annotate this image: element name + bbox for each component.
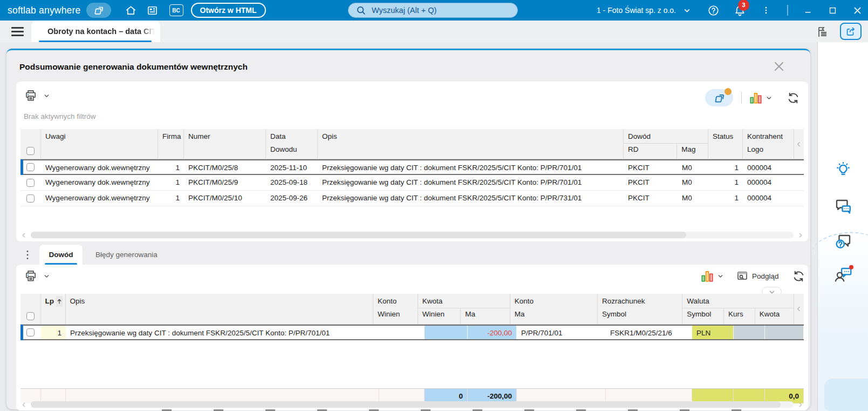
row-checkbox[interactable] [26,163,35,171]
chart-button[interactable] [700,269,724,283]
chevron-down-icon[interactable] [683,6,691,15]
print-button[interactable] [24,89,38,103]
top-bar: softlab anywhere BC Otwórz w HTML Wyszuk… [0,0,868,21]
contact-chat-button[interactable] [832,263,854,285]
more-menu-button[interactable] [761,5,771,16]
col-waluta-symbol[interactable]: Symbol [682,308,724,324]
col-kwota-winien[interactable]: Winien [418,308,461,324]
col-lp[interactable]: Lp [41,294,66,324]
col-kwota-ma[interactable]: Ma [461,308,509,324]
select-all-checkbox[interactable] [26,147,35,155]
layered-pages-icon [92,4,105,17]
share-icon [845,25,857,37]
dialog-close-button[interactable] [773,60,785,73]
preview-icon [736,269,749,282]
help-chat-button[interactable] [833,232,853,252]
share-button[interactable] [840,23,862,40]
columns-prev-chevron[interactable] [795,140,803,148]
duplicate-view-button[interactable] [705,89,733,106]
col-kontrahent[interactable]: KontrahentLogo [743,129,794,159]
preview-button[interactable]: Podgląd [736,269,779,282]
col-mag[interactable]: Mag [677,144,708,159]
bar-chart-icon [700,269,714,283]
summary-dialog: Podsumowanie generowania dokumentów wewn… [6,49,810,409]
col-rozrachunek[interactable]: RozrachunekSymbol [598,294,682,324]
table-row[interactable]: Wygenerowany dok.wewnętrzny 1 PKCIT/M0/2… [20,175,804,191]
print-options-chevron[interactable] [43,273,50,280]
col-kwota-group[interactable]: Kwota Winien Ma [418,294,510,324]
table-row[interactable]: Wygenerowany dok.wewnętrzny 1 PKCIT/M0/2… [20,191,804,206]
sort-asc-icon [56,298,63,305]
subtab-dowod[interactable]: Dowód [39,245,83,265]
feedback-chat-button[interactable] [833,197,853,217]
col-firma[interactable]: Firma [158,129,184,159]
table-row[interactable]: Wygenerowany dok.wewnętrzny 1 PKCIT/M0/2… [20,159,804,175]
col-konto-ma[interactable]: KontoMa [510,294,598,324]
notifications-button[interactable]: 3 [734,4,746,17]
subtab-bledy-generowania[interactable]: Błędy generowania [95,245,158,265]
task-list-button[interactable] [816,25,829,38]
col-rd[interactable]: RD [624,144,677,159]
help-button[interactable] [707,4,720,17]
scroll-right-chevron[interactable] [797,232,804,239]
col-numer[interactable]: Numer [184,129,266,159]
hamburger-menu-button[interactable] [11,27,24,36]
search-input[interactable]: Wyszukaj (Alt + Q) [348,3,518,18]
columns-prev-chevron[interactable] [795,305,803,313]
refresh-button[interactable] [792,269,805,283]
entries-table-header: Lp Opis KontoWinien Kwota Winien Ma Kont… [20,294,804,325]
chart-button[interactable] [749,91,773,105]
search-placeholder: Wyszukaj (Alt + Q) [372,6,436,15]
col-status[interactable]: Status [708,129,743,159]
print-button[interactable] [24,269,38,283]
row-checkbox[interactable] [26,194,35,203]
news-button[interactable] [146,4,159,17]
chart-options-chevron[interactable] [717,273,724,280]
chart-options-chevron[interactable] [766,95,773,102]
right-sidebar [817,42,868,411]
horizontal-scrollbar[interactable] [20,231,804,239]
home-icon [125,4,137,17]
tab-active-underline [39,41,152,42]
idea-lightbulb-button[interactable] [834,161,852,179]
section-drag-handle[interactable] [24,249,31,261]
detail-card: Podgląd Lp Opis KontoWinien Kwota Winien… [16,265,808,410]
col-konto-winien[interactable]: KontoWinien [373,294,418,324]
minimize-button[interactable] [803,5,813,15]
documents-table: Uwagi Firma Numer DataDowodu Opis Dowód … [20,129,804,206]
print-options-chevron[interactable] [43,92,50,99]
horizontal-scrollbar[interactable] [20,401,804,408]
col-waluta-group[interactable]: Waluta Symbol Kurs Kwota [682,294,794,324]
tab-obroty-na-kontach[interactable]: Obroty na kontach – data CIT [31,21,160,42]
home-button[interactable] [125,4,137,17]
scrollbar-thumb[interactable] [31,232,686,238]
scrollbar-thumb[interactable] [31,401,781,408]
sidebar-deco-bottom [824,379,868,411]
row-checkbox[interactable] [26,328,35,336]
bc-button[interactable]: BC [169,4,183,16]
search-icon [356,5,366,16]
company-selector[interactable]: 1 - Foto Świat sp. z o.o. [597,6,676,15]
col-data-dowodu[interactable]: DataDowodu [266,129,318,159]
row-checkbox[interactable] [26,179,35,187]
col-opis[interactable]: Opis [318,129,624,159]
col-opis[interactable]: Opis [66,294,373,324]
window-switcher-button[interactable] [86,3,111,18]
col-uwagi[interactable]: Uwagi [41,129,158,159]
scroll-right-chevron[interactable] [797,401,804,408]
open-in-html-button[interactable]: Otwórz w HTML [191,3,266,18]
select-all-checkbox[interactable] [26,312,35,320]
scroll-left-chevron[interactable] [20,401,28,408]
table-row[interactable]: 1 Przeksięgowanie wg daty CIT : dokument… [20,325,804,340]
col-kurs[interactable]: Kurs [724,308,755,324]
maximize-button[interactable] [828,6,837,15]
bar-chart-icon [749,91,763,105]
close-window-button[interactable] [852,5,863,16]
col-kwota[interactable]: Kwota [755,308,794,324]
app-brand: softlab anywhere [8,5,81,16]
tab-row: Obroty na kontach – data CIT [0,21,868,42]
col-dowod-group[interactable]: Dowód RD Mag [624,129,708,159]
entries-table: Lp Opis KontoWinien Kwota Winien Ma Kont… [20,294,804,340]
scroll-left-chevron[interactable] [20,232,28,239]
refresh-button[interactable] [787,91,800,105]
